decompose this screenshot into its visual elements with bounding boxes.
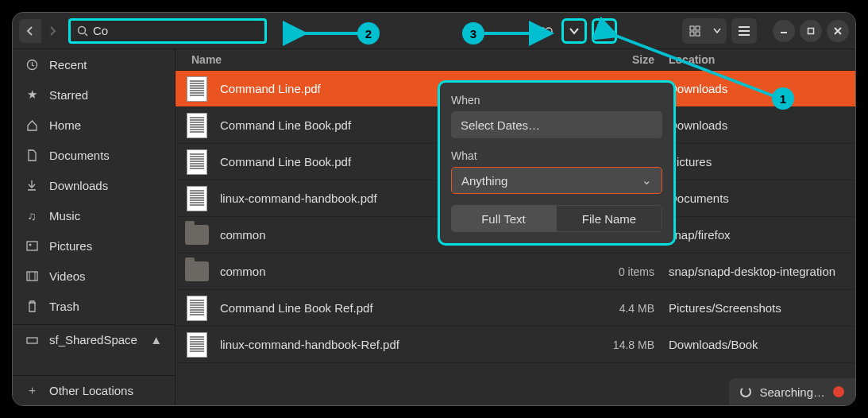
doc-icon: [25, 149, 38, 161]
sidebar-item-label: Documents: [49, 149, 110, 162]
sidebar-item-home[interactable]: Home: [13, 110, 175, 140]
search-mode-segmented: Full Text File Name: [451, 205, 662, 232]
annotation-bubble-2: 2: [357, 22, 380, 45]
svg-line-1: [85, 33, 87, 36]
spinner-icon: [740, 386, 751, 397]
svg-point-19: [29, 243, 31, 246]
file-name: Command Line Book Ref.pdf: [220, 301, 593, 315]
sidebar-item-starred[interactable]: ★Starred: [13, 79, 175, 110]
file-name: common: [220, 265, 593, 278]
forward-button[interactable]: [41, 19, 64, 43]
eject-icon[interactable]: ▲: [150, 333, 162, 346]
fulltext-option[interactable]: Full Text: [451, 205, 556, 232]
sidebar: Recent ★Starred Home Documents Downloads…: [13, 49, 176, 405]
annotation-bubble-1: 1: [772, 87, 794, 110]
close-button[interactable]: [827, 20, 849, 42]
sidebar-item-label: Starred: [49, 88, 88, 102]
pdf-icon: [185, 331, 209, 359]
pdf-icon: [185, 148, 209, 176]
svg-rect-6: [690, 26, 694, 30]
table-row[interactable]: linux-command-handbook-Ref.pdf14.8 MBDow…: [176, 327, 855, 363]
sidebar-item-label: Pictures: [49, 239, 92, 253]
folder-icon: [185, 221, 209, 250]
col-name[interactable]: Name: [191, 53, 593, 66]
file-size: 4.4 MB: [593, 302, 669, 315]
clock-icon: [25, 58, 38, 71]
file-location: snap/firefox: [669, 228, 855, 242]
search-icon: [77, 25, 88, 37]
svg-rect-14: [808, 28, 814, 33]
pdf-icon: [185, 184, 209, 213]
sidebar-item-label: Other Locations: [49, 384, 133, 397]
sidebar-item-label: Trash: [49, 300, 79, 313]
svg-rect-23: [27, 338, 37, 343]
table-row[interactable]: Command Line Book Ref.pdf4.4 MBPictures/…: [176, 290, 855, 327]
annotation-bubble-3: 3: [462, 22, 484, 45]
svg-rect-7: [696, 26, 700, 30]
file-size: 14.8 MB: [593, 339, 669, 351]
sidebar-item-downloads[interactable]: Downloads: [13, 170, 175, 200]
pdf-icon: [185, 111, 209, 140]
table-row[interactable]: common0 itemssnap/snapd-desktop-integrat…: [176, 254, 855, 290]
home-icon: [25, 118, 38, 131]
status-text: Searching…: [759, 385, 825, 399]
file-location: snap/snapd-desktop-integration: [669, 265, 855, 278]
plus-icon: ＋: [25, 385, 38, 397]
what-label: What: [451, 149, 662, 162]
filename-option[interactable]: File Name: [556, 205, 662, 232]
drive-icon: [25, 334, 38, 346]
folder-icon: [185, 257, 209, 286]
pdf-icon: [185, 294, 209, 323]
svg-point-0: [79, 26, 86, 33]
svg-rect-18: [27, 242, 37, 250]
maximize-button[interactable]: [800, 20, 822, 42]
music-icon: ♫: [25, 209, 38, 222]
trash-icon: [25, 300, 38, 312]
sidebar-item-label: sf_SharedSpace: [49, 333, 137, 346]
when-field[interactable]: Select Dates…: [451, 111, 662, 138]
what-field[interactable]: Anything⌄: [451, 167, 662, 194]
file-location: Pictures: [669, 155, 855, 168]
file-location: Pictures/Screenshots: [669, 301, 855, 315]
chevron-down-icon: ⌄: [642, 173, 652, 188]
annotation-arrow-1: [608, 30, 790, 110]
sidebar-item-label: Home: [49, 118, 81, 132]
svg-point-4: [600, 26, 608, 34]
sidebar-item-trash[interactable]: Trash: [13, 291, 175, 321]
sidebar-item-other-locations[interactable]: ＋Other Locations: [13, 375, 175, 405]
sidebar-item-mount[interactable]: sf_SharedSpace▲: [13, 324, 175, 354]
nav-group: [19, 19, 64, 43]
picture-icon: [25, 239, 38, 252]
sidebar-item-videos[interactable]: Videos: [13, 261, 175, 291]
stop-search-button[interactable]: [833, 386, 844, 397]
sidebar-item-music[interactable]: ♫Music: [13, 200, 175, 230]
file-location: Documents: [669, 192, 855, 205]
sidebar-item-recent[interactable]: Recent: [13, 49, 175, 79]
search-filter-dropdown[interactable]: [561, 18, 587, 44]
sidebar-item-documents[interactable]: Documents: [13, 140, 175, 170]
file-location: Downloads/Book: [669, 338, 855, 351]
sidebar-item-label: Downloads: [49, 179, 108, 192]
sidebar-item-label: Recent: [49, 58, 87, 72]
annotation-arrow-3: [484, 25, 556, 41]
svg-rect-20: [27, 272, 37, 281]
star-icon: ★: [25, 88, 38, 101]
search-box[interactable]: [68, 18, 267, 44]
svg-line-26: [614, 35, 778, 98]
pdf-icon: [185, 75, 209, 103]
status-bar: Searching…: [729, 378, 855, 405]
search-input[interactable]: [93, 24, 258, 37]
chevron-down-icon: [569, 27, 579, 35]
video-icon: [25, 269, 38, 282]
sidebar-item-label: Music: [49, 209, 80, 223]
sidebar-item-pictures[interactable]: Pictures: [13, 230, 175, 261]
sidebar-item-label: Videos: [49, 269, 86, 283]
download-icon: [25, 179, 38, 192]
file-name: linux-command-handbook-Ref.pdf: [220, 338, 593, 351]
back-button[interactable]: [19, 19, 41, 43]
file-size: 0 items: [593, 265, 669, 278]
file-location: Downloads: [669, 118, 855, 132]
